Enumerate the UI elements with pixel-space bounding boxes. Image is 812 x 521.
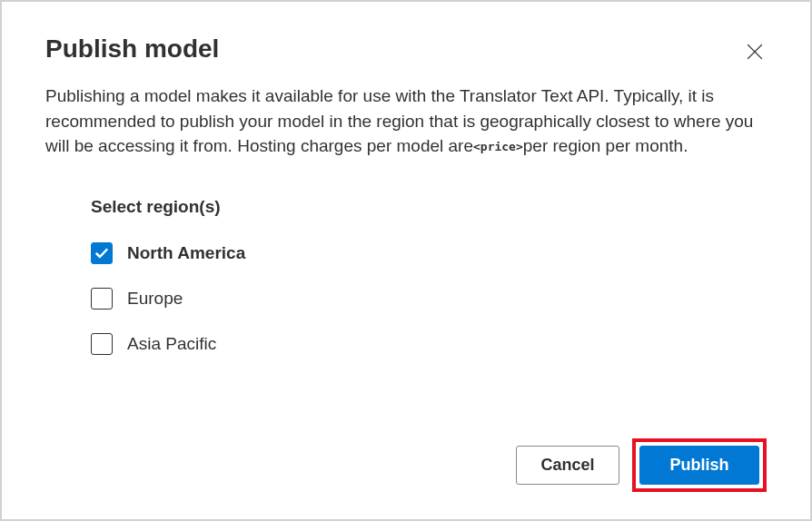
checkbox-europe[interactable] xyxy=(91,288,113,310)
dialog-description: Publishing a model makes it available fo… xyxy=(45,84,767,159)
checkbox-asia-pacific[interactable] xyxy=(91,333,113,355)
region-section: Select region(s) North America Europe As… xyxy=(91,197,767,355)
dialog-title: Publish model xyxy=(45,34,219,64)
dialog-footer: Cancel Publish xyxy=(516,438,767,492)
cancel-button[interactable]: Cancel xyxy=(516,446,619,485)
region-option-north-america[interactable]: North America xyxy=(91,242,767,264)
region-label-europe: Europe xyxy=(127,289,183,309)
publish-button[interactable]: Publish xyxy=(639,446,759,485)
publish-highlight: Publish xyxy=(632,438,767,492)
description-text-2: per region per month. xyxy=(523,136,688,155)
price-placeholder: <price> xyxy=(473,140,523,153)
region-heading: Select region(s) xyxy=(91,197,767,217)
region-option-europe[interactable]: Europe xyxy=(91,288,767,310)
close-icon xyxy=(747,44,763,60)
close-button[interactable] xyxy=(743,40,767,64)
region-label-asia-pacific: Asia Pacific xyxy=(127,334,216,354)
checkbox-north-america[interactable] xyxy=(91,242,113,264)
region-label-north-america: North America xyxy=(127,243,245,263)
checkmark-icon xyxy=(94,246,109,260)
region-option-asia-pacific[interactable]: Asia Pacific xyxy=(91,333,767,355)
